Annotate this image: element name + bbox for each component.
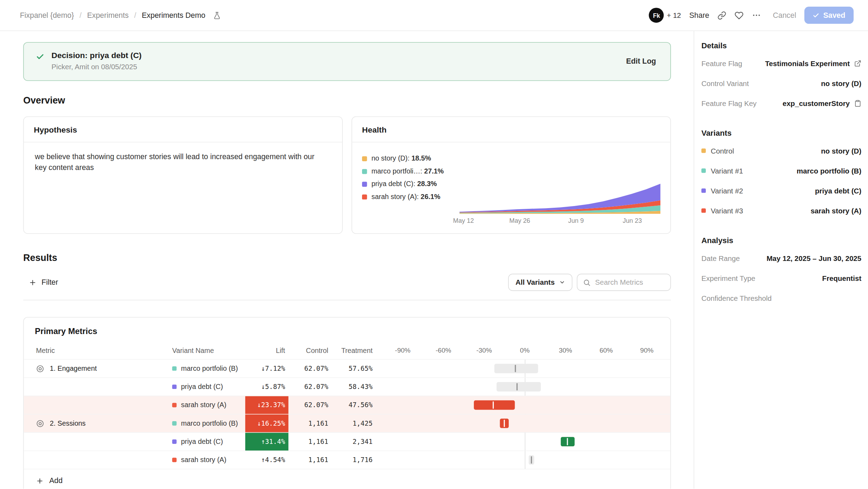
confidence-interval-bar (497, 382, 541, 391)
variant-name: priya debt (C) (181, 383, 223, 391)
clipboard-icon[interactable] (854, 99, 861, 107)
legend-label: sarah story (A): 26.1% (371, 193, 440, 200)
chevron-down-icon (559, 279, 565, 285)
search-metrics-box[interactable] (577, 274, 671, 291)
edit-log-button[interactable]: Edit Log (626, 57, 656, 65)
hypothesis-title: Hypothesis (24, 117, 342, 142)
legend-label: no story (D): 18.5% (371, 155, 431, 162)
axis-tick-label: -90% (395, 346, 410, 354)
sidebar-row: Feature Flag Keyexp_customerStory (701, 93, 861, 113)
legend-label: marco portfoli…: 27.1% (371, 167, 444, 175)
avatar[interactable]: Fk (649, 8, 664, 23)
axis-tick-label: 0% (520, 346, 529, 354)
lift-value: ↓7.12% (245, 360, 289, 377)
legend-item: sarah story (A): 26.1% (362, 193, 460, 200)
variant-name: sarah story (A) (181, 401, 226, 409)
metric-group-name: 1. Engagement (50, 364, 97, 372)
stacked-area-chart (460, 174, 660, 214)
variant-name: sarah story (A) (181, 456, 226, 464)
axis-tick-label: 30% (559, 346, 572, 354)
legend-swatch (362, 156, 367, 161)
saved-button[interactable]: Saved (804, 7, 854, 24)
collaborator-count[interactable]: + 12 (667, 11, 681, 20)
target-icon (36, 364, 44, 373)
external-link-icon[interactable] (854, 59, 861, 67)
results-heading: Results (23, 253, 671, 264)
add-metric-button[interactable]: Add (24, 469, 670, 489)
treatment-value: 1,716 (333, 451, 377, 469)
legend-item: priya debt (C): 28.3% (362, 180, 460, 188)
metric-cell (24, 451, 172, 469)
axis-tick-label: 60% (600, 346, 613, 354)
control-value: 62.07% (288, 378, 333, 396)
breadcrumb-experiments[interactable]: Experiments (87, 11, 129, 20)
sidebar-row-label: Variant #1 (711, 166, 743, 175)
confidence-interval-cell (377, 451, 671, 469)
lift-mean-tick (492, 402, 493, 409)
variant-name-cell: sarah story (A) (172, 396, 245, 414)
decision-subtitle: Picker, Amit on 08/05/2025 (51, 63, 142, 71)
variants-dropdown[interactable]: All Variants (508, 274, 572, 291)
breadcrumb-current-page: Experiments Demo (142, 11, 205, 20)
metric-row[interactable]: sarah story (A)↑4.54%1,1611,716 (24, 451, 670, 469)
saved-button-label: Saved (823, 11, 845, 20)
metric-row[interactable]: priya debt (C)↓5.87%62.07%58.43% (24, 377, 670, 396)
metric-cell: 2. Sessions (24, 414, 172, 432)
share-button[interactable]: Share (689, 11, 709, 20)
sidebar-row-value: no story (D) (821, 79, 861, 87)
confidence-interval-bar (474, 401, 515, 410)
search-metrics-input[interactable] (595, 278, 665, 286)
details-heading: Details (701, 41, 861, 50)
metric-row[interactable]: priya debt (C)↑31.4%1,1612,341 (24, 432, 670, 451)
link-icon[interactable] (717, 11, 726, 20)
health-chart: May 12May 26Jun 9Jun 23 (460, 150, 660, 227)
x-axis-label: Jun 9 (568, 217, 584, 224)
sidebar-row: Variant #2priya debt (C) (701, 180, 861, 200)
lift-axis: -90%-60%-30%0%30%60%90% (377, 342, 671, 359)
sidebar-row: Variant #3sarah story (A) (701, 200, 861, 220)
hypothesis-card: Hypothesis we believe that showing custo… (23, 116, 343, 234)
metric-row[interactable]: 1. Engagementmarco portfolio (B)↓7.12%62… (24, 359, 670, 377)
sidebar-row-value: Frequentist (822, 274, 861, 282)
lift-mean-tick (515, 365, 516, 372)
variant-swatch (172, 403, 177, 408)
hypothesis-body: we believe that showing customer stories… (24, 142, 342, 173)
cancel-button[interactable]: Cancel (773, 11, 796, 20)
lift-mean-tick (567, 438, 568, 445)
legend-item: no story (D): 18.5% (362, 155, 460, 162)
collaborator-avatars[interactable]: Fk + 12 (649, 8, 681, 23)
confidence-interval-cell (377, 396, 671, 414)
details-sidebar: Details Feature FlagTestimonials Experim… (694, 31, 868, 489)
heart-icon[interactable] (735, 11, 744, 20)
more-options-icon[interactable] (752, 10, 761, 20)
sidebar-row: Experiment TypeFrequentist (701, 268, 861, 288)
treatment-value: 1,425 (333, 414, 377, 432)
target-icon (36, 419, 44, 427)
breadcrumb-separator: / (79, 11, 81, 20)
sidebar-row-label: Confidence Threshold (701, 294, 772, 302)
overview-heading: Overview (23, 95, 671, 106)
breadcrumb-project[interactable]: Fixpanel {demo} (20, 11, 74, 20)
lift-value: ↑4.54% (245, 451, 289, 469)
sidebar-row: Control Variantno story (D) (701, 73, 861, 93)
treatment-value: 47.56% (333, 396, 377, 414)
main-content: Decision: priya debt (C) Picker, Amit on… (0, 31, 694, 489)
add-filter-button[interactable]: Filter (23, 278, 58, 286)
legend-swatch (362, 169, 367, 173)
lift-value: ↓5.87% (245, 378, 289, 396)
metric-cell (24, 396, 172, 414)
health-x-axis: May 12May 26Jun 9Jun 23 (460, 216, 660, 227)
sidebar-row: Date RangeMay 12, 2025 – Jun 30, 2025 (701, 248, 861, 268)
sidebar-row-label: Feature Flag (701, 59, 742, 68)
sidebar-row-label: Date Range (701, 254, 740, 262)
metric-row[interactable]: 2. Sessionsmarco portfolio (B)↓16.25%1,1… (24, 414, 670, 432)
confidence-interval-cell (377, 414, 671, 432)
sidebar-row: Variant #1marco portfolio (B) (701, 161, 861, 180)
metric-row[interactable]: sarah story (A)↓23.37%62.07%47.56% (24, 396, 670, 414)
sidebar-row-value: no story (D) (821, 147, 861, 155)
decision-title: Decision: priya debt (C) (51, 51, 142, 60)
variant-swatch (701, 208, 706, 213)
variant-swatch (172, 439, 177, 444)
confidence-interval-cell (377, 360, 671, 377)
flask-icon (213, 11, 221, 19)
